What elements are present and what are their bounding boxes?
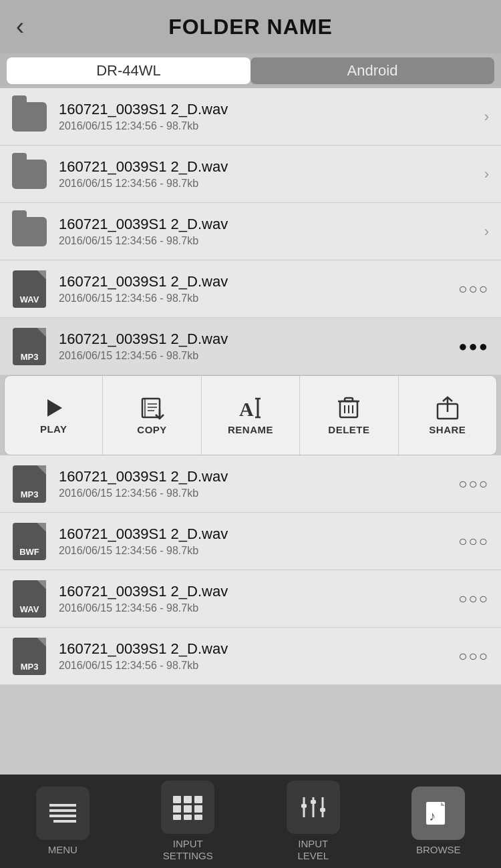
tab-dr44wl[interactable]: DR-44WL (7, 57, 251, 84)
list-item[interactable]: 160721_0039S1 2_D.wav 2016/06/15 12:34:5… (0, 203, 501, 260)
svg-rect-28 (194, 805, 202, 813)
bwf-file-icon: BWF (12, 524, 47, 559)
chevron-right-icon: › (484, 223, 489, 240)
nav-input-settings[interactable]: INPUT SETTINGS (126, 775, 251, 868)
svg-rect-27 (184, 805, 192, 813)
file-meta: 2016/06/15 12:34:56 - 98.7kb (59, 545, 458, 557)
more-options-icon[interactable]: ●●● (458, 338, 489, 355)
bottom-navigation: MENU INPUT SETTINGS (0, 775, 501, 868)
svg-rect-23 (173, 796, 181, 803)
rename-label: RENAME (228, 424, 273, 435)
svg-rect-29 (173, 815, 181, 820)
file-name: 160721_0039S1 2_D.wav (59, 216, 484, 233)
svg-rect-30 (184, 815, 192, 820)
file-name: 160721_0039S1 2_D.wav (59, 525, 458, 543)
menu-label: MENU (48, 844, 77, 856)
svg-rect-35 (311, 800, 316, 804)
copy-label: COPY (137, 424, 167, 435)
nav-browse[interactable]: ♪ BROWSE (376, 775, 502, 868)
chevron-right-icon: › (484, 166, 489, 183)
input-level-icon-wrap (287, 781, 340, 834)
file-name: 160721_0039S1 2_D.wav (59, 583, 458, 600)
share-button[interactable]: SHARE (399, 376, 496, 455)
mp3-file-icon: MP3 (12, 467, 47, 501)
input-level-label: INPUT LEVEL (297, 838, 329, 862)
more-options-icon[interactable]: ○○○ (458, 280, 489, 298)
input-settings-icon (172, 795, 204, 820)
file-meta: 2016/06/15 12:34:56 - 98.7kb (59, 602, 458, 614)
file-meta: 2016/06/15 12:34:56 - 98.7kb (59, 292, 458, 304)
play-label: PLAY (40, 423, 67, 435)
browse-icon: ♪ (424, 801, 453, 826)
nav-input-level[interactable]: INPUT LEVEL (251, 775, 376, 868)
svg-rect-33 (301, 804, 307, 808)
menu-icon-wrap (36, 787, 90, 840)
file-list-top: 160721_0039S1 2_D.wav 2016/06/15 12:34:5… (0, 88, 501, 375)
file-list-bottom: MP3 160721_0039S1 2_D.wav 2016/06/15 12:… (0, 455, 501, 685)
file-meta: 2016/06/15 12:34:56 - 98.7kb (59, 120, 484, 132)
mp3-file-icon: MP3 (12, 329, 47, 364)
list-item-selected[interactable]: MP3 160721_0039S1 2_D.wav 2016/06/15 12:… (0, 318, 501, 375)
browse-icon-wrap: ♪ (411, 787, 465, 840)
svg-rect-13 (345, 398, 353, 401)
header: ‹ FOLDER NAME (0, 0, 501, 53)
svg-rect-25 (194, 796, 202, 803)
tab-android[interactable]: Android (251, 57, 494, 84)
menu-icon (48, 801, 77, 825)
play-button[interactable]: PLAY (5, 376, 103, 455)
rename-icon: A (238, 396, 263, 420)
wav-file-icon: WAV (12, 582, 47, 616)
file-meta: 2016/06/15 12:34:56 - 98.7kb (59, 487, 458, 499)
browse-label: BROWSE (416, 844, 461, 856)
list-item[interactable]: WAV 160721_0039S1 2_D.wav 2016/06/15 12:… (0, 260, 501, 318)
list-item[interactable]: WAV 160721_0039S1 2_D.wav 2016/06/15 12:… (0, 570, 501, 628)
list-item[interactable]: BWF 160721_0039S1 2_D.wav 2016/06/15 12:… (0, 513, 501, 570)
svg-rect-31 (194, 815, 202, 820)
more-options-icon[interactable]: ○○○ (458, 475, 489, 493)
input-level-icon (297, 795, 329, 820)
context-menu: PLAY COPY A (4, 375, 497, 455)
file-name: 160721_0039S1 2_D.wav (59, 331, 458, 348)
file-name: 160721_0039S1 2_D.wav (59, 468, 458, 485)
back-button[interactable]: ‹ (16, 13, 24, 41)
list-item[interactable]: 160721_0039S1 2_D.wav 2016/06/15 12:34:5… (0, 146, 501, 203)
svg-marker-0 (47, 399, 62, 417)
list-item[interactable]: 160721_0039S1 2_D.wav 2016/06/15 12:34:5… (0, 88, 501, 146)
file-meta: 2016/06/15 12:34:56 - 98.7kb (59, 350, 458, 362)
list-item[interactable]: MP3 160721_0039S1 2_D.wav 2016/06/15 12:… (0, 628, 501, 685)
nav-menu[interactable]: MENU (0, 775, 126, 868)
more-options-icon[interactable]: ○○○ (458, 533, 489, 550)
delete-label: DELETE (328, 424, 369, 435)
file-meta: 2016/06/15 12:34:56 - 98.7kb (59, 235, 484, 247)
rename-button[interactable]: A RENAME (202, 376, 300, 455)
svg-rect-37 (320, 808, 325, 812)
file-meta: 2016/06/15 12:34:56 - 98.7kb (59, 660, 458, 672)
file-name: 160721_0039S1 2_D.wav (59, 640, 458, 658)
delete-icon (337, 396, 360, 420)
folder-icon (12, 157, 47, 192)
play-icon (42, 397, 65, 419)
delete-button[interactable]: DELETE (300, 376, 398, 455)
share-label: SHARE (429, 424, 466, 435)
svg-rect-26 (173, 805, 181, 813)
page-title: FOLDER NAME (168, 15, 333, 39)
file-name: 160721_0039S1 2_D.wav (59, 158, 484, 176)
svg-text:♪: ♪ (429, 809, 436, 823)
folder-icon (12, 99, 47, 134)
copy-icon (140, 396, 165, 420)
list-item[interactable]: MP3 160721_0039S1 2_D.wav 2016/06/15 12:… (0, 455, 501, 513)
mp3-file-icon: MP3 (12, 639, 47, 674)
file-name: 160721_0039S1 2_D.wav (59, 101, 484, 118)
input-settings-icon-wrap (161, 781, 214, 834)
svg-text:A: A (239, 398, 254, 420)
copy-button[interactable]: COPY (103, 376, 201, 455)
more-options-icon[interactable]: ○○○ (458, 648, 489, 665)
wav-file-icon: WAV (12, 272, 47, 306)
more-options-icon[interactable]: ○○○ (458, 590, 489, 608)
file-meta: 2016/06/15 12:34:56 - 98.7kb (59, 178, 484, 190)
file-name: 160721_0039S1 2_D.wav (59, 273, 458, 290)
tab-bar: DR-44WL Android (0, 53, 501, 88)
chevron-right-icon: › (484, 108, 489, 126)
folder-icon (12, 214, 47, 249)
input-settings-label: INPUT SETTINGS (163, 838, 213, 862)
